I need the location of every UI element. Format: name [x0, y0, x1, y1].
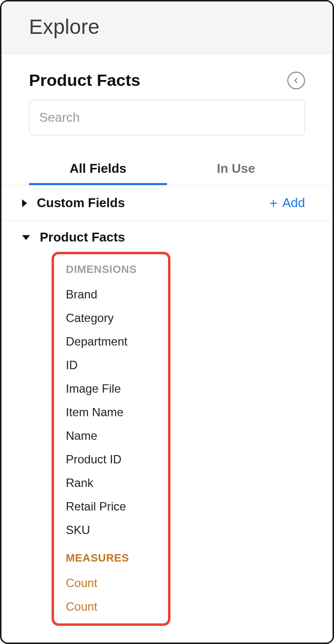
- custom-fields-row[interactable]: Custom Fields + Add: [1, 186, 333, 221]
- dimension-field[interactable]: Retail Price: [66, 495, 156, 518]
- group-label: Product Facts: [40, 230, 125, 245]
- search-input[interactable]: [29, 100, 305, 135]
- add-custom-field-button[interactable]: + Add: [269, 195, 305, 211]
- app-frame: Explore Product Facts All Fields In Use …: [0, 0, 334, 644]
- measures-heading: MEASURES: [66, 552, 156, 564]
- dimensions-heading: DIMENSIONS: [66, 263, 156, 276]
- collapse-panel-button[interactable]: [287, 72, 305, 89]
- dimension-field[interactable]: Brand: [66, 283, 156, 306]
- panel-title: Product Facts: [29, 71, 140, 90]
- dimension-field[interactable]: SKU: [66, 518, 156, 542]
- dimension-field[interactable]: Rank: [66, 471, 156, 495]
- tabs: All Fields In Use: [29, 155, 305, 185]
- fields-block: Product Facts DIMENSIONS BrandCategoryDe…: [1, 221, 333, 626]
- dimension-field[interactable]: Category: [66, 306, 156, 330]
- dimension-field[interactable]: Name: [66, 424, 156, 448]
- dimension-field[interactable]: Product ID: [66, 448, 156, 471]
- tab-all-fields[interactable]: All Fields: [29, 155, 167, 185]
- group-product-facts[interactable]: Product Facts: [22, 230, 305, 245]
- chevron-left-icon: [292, 77, 300, 84]
- field-picker-panel: Product Facts All Fields In Use: [1, 54, 333, 186]
- fields-highlight-box: DIMENSIONS BrandCategoryDepartmentIDImag…: [52, 252, 170, 626]
- custom-fields-label: Custom Fields: [37, 195, 125, 211]
- measure-field[interactable]: Count: [66, 571, 156, 595]
- dimension-field[interactable]: Item Name: [66, 401, 156, 424]
- page-title: Explore: [29, 15, 314, 39]
- caret-right-icon: [22, 199, 27, 207]
- tab-in-use[interactable]: In Use: [167, 155, 305, 185]
- measures-list: CountCount: [66, 571, 156, 618]
- dimension-field[interactable]: Department: [66, 330, 156, 353]
- panel-header: Product Facts: [29, 71, 305, 90]
- dimension-field[interactable]: ID: [66, 353, 156, 377]
- caret-down-icon: [22, 235, 30, 240]
- header: Explore: [1, 1, 333, 54]
- measure-field[interactable]: Count: [66, 595, 156, 618]
- custom-fields-left: Custom Fields: [22, 195, 125, 211]
- add-label: Add: [282, 195, 305, 211]
- dimension-field[interactable]: Image File: [66, 377, 156, 401]
- dimensions-list: BrandCategoryDepartmentIDImage FileItem …: [66, 283, 156, 542]
- plus-icon: +: [269, 196, 277, 210]
